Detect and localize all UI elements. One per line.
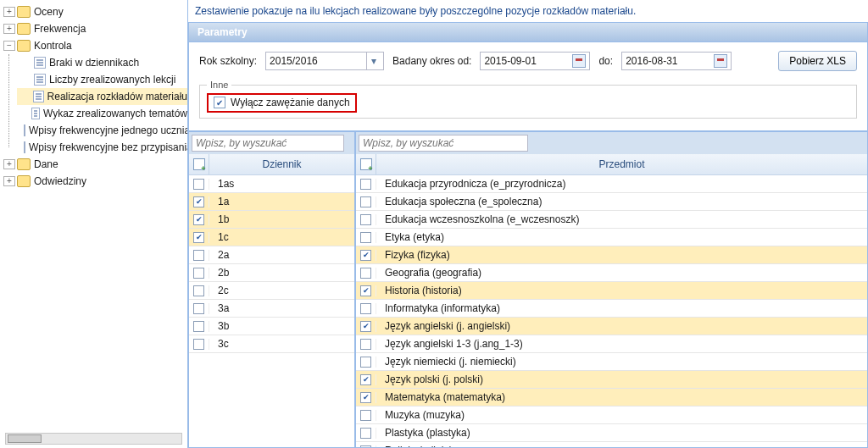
row-checkbox[interactable] <box>360 285 371 296</box>
nav-kontrola-child[interactable]: Braki w dziennikach <box>17 54 187 71</box>
nav-horizontal-scrollbar[interactable] <box>5 433 182 445</box>
year-select[interactable]: 2015/2016 ▾ <box>265 52 384 70</box>
dziennik-row[interactable]: 1c <box>189 229 354 246</box>
folder-icon <box>17 6 31 18</box>
row-checkbox[interactable] <box>360 374 371 385</box>
przedmiot-header[interactable]: Przedmiot <box>376 154 867 174</box>
row-checkbox[interactable] <box>193 250 204 261</box>
dziennik-row[interactable]: 2a <box>189 246 354 264</box>
year-label: Rok szkolny: <box>199 55 257 67</box>
row-checkbox[interactable] <box>360 232 371 243</box>
download-xls-button[interactable]: Pobierz XLS <box>778 51 857 71</box>
row-label: 3b <box>209 320 354 332</box>
row-checkbox[interactable] <box>360 250 371 261</box>
nav-kontrola-child[interactable]: Wpisy frekwencyjne jednego ucznia <box>17 122 187 139</box>
przedmiot-row[interactable]: Edukacja wczesnoszkolna (e_wczesnoszk) <box>356 211 867 229</box>
przedmiot-row[interactable]: Etyka (etyka) <box>356 229 867 246</box>
przedmiot-row[interactable]: Matematyka (matematyka) <box>356 389 867 407</box>
row-checkbox[interactable] <box>193 268 204 279</box>
dziennik-row[interactable]: 1as <box>189 175 354 193</box>
row-label: 3a <box>209 302 354 314</box>
przedmiot-row[interactable]: Język angielski (j. angielski) <box>356 318 867 335</box>
narrow-checkbox[interactable] <box>214 97 225 108</box>
nav-kontrola[interactable]: − Kontrola <box>0 37 187 54</box>
row-checkbox[interactable] <box>193 285 204 296</box>
row-checkbox[interactable] <box>193 339 204 350</box>
dziennik-row[interactable]: 1a <box>189 193 354 211</box>
dziennik-header[interactable]: Dziennik <box>209 154 354 174</box>
przedmiot-row[interactable]: Język angielski 1-3 (j.ang_1-3) <box>356 335 867 353</box>
row-checkbox[interactable] <box>360 268 371 279</box>
row-checkbox[interactable] <box>360 321 371 332</box>
nav-label: Realizacja rozkładów materiału <box>47 91 187 102</box>
expand-icon[interactable]: + <box>3 159 15 169</box>
scrollbar-thumb[interactable] <box>8 434 42 443</box>
nav-dane[interactable]: + Dane <box>0 156 187 173</box>
from-date-input[interactable]: 2015-09-01 <box>480 52 590 70</box>
nav-oceny[interactable]: + Oceny <box>0 3 187 20</box>
przedmiot-row[interactable]: Muzyka (muzyka) <box>356 407 867 424</box>
row-checkbox[interactable] <box>360 339 371 350</box>
nav-label: Liczby zrealizowanych lekcji <box>49 74 175 86</box>
row-label: 3c <box>209 338 354 350</box>
przedmiot-row[interactable]: Język polski (j. polski) <box>356 371 867 389</box>
row-checkbox[interactable] <box>360 214 371 225</box>
row-label: 2b <box>209 267 354 279</box>
dziennik-row[interactable]: 2b <box>189 264 354 282</box>
przedmiot-row[interactable]: Edukacja przyrodnicza (e_przyrodnicza) <box>356 175 867 193</box>
przedmiot-row[interactable]: Plastyka (plastyka) <box>356 424 867 442</box>
dziennik-row[interactable]: 1b <box>189 211 354 229</box>
row-checkbox[interactable] <box>193 321 204 332</box>
expand-icon[interactable]: + <box>3 24 15 34</box>
nav-kontrola-child[interactable]: Wpisy frekwencyjne bez przypisania <box>17 139 187 156</box>
przedmiot-row[interactable]: Fizyka (fizyka) <box>356 246 867 264</box>
row-checkbox[interactable] <box>193 179 204 190</box>
przedmiot-row[interactable]: Edukacja społeczna (e_spoleczna) <box>356 193 867 211</box>
row-checkbox[interactable] <box>360 179 371 190</box>
to-label: do: <box>598 55 613 67</box>
row-checkbox[interactable] <box>360 392 371 403</box>
przedmiot-grid: Przedmiot Edukacja przyrodnicza (e_przyr… <box>355 131 868 448</box>
row-label: Edukacja wczesnoszkolna (e_wczesnoszk) <box>376 213 867 225</box>
page-icon <box>34 57 46 69</box>
main-panel: Zestawienie pokazuje na ilu lekcjach rea… <box>188 0 868 448</box>
from-value: 2015-09-01 <box>484 55 536 67</box>
nav-kontrola-child[interactable]: Liczby zrealizowanych lekcji <box>17 71 187 88</box>
row-checkbox[interactable] <box>360 303 371 314</box>
row-checkbox[interactable] <box>193 232 204 243</box>
params-form: Rok szkolny: 2015/2016 ▾ Badany okres od… <box>188 42 868 131</box>
row-checkbox[interactable] <box>193 196 204 207</box>
dziennik-row[interactable]: 3a <box>189 300 354 318</box>
row-label: Edukacja przyrodnicza (e_przyrodnicza) <box>376 178 867 190</box>
page-icon <box>24 141 25 153</box>
row-label: 1as <box>209 178 354 190</box>
przedmiot-row[interactable]: Religia (religia) <box>356 442 867 447</box>
row-checkbox[interactable] <box>360 445 371 448</box>
nav-kontrola-child[interactable]: Realizacja rozkładów materiału <box>17 88 187 105</box>
row-checkbox[interactable] <box>360 196 371 207</box>
select-all-przedmiot-icon[interactable] <box>360 158 372 170</box>
dziennik-search-input[interactable] <box>192 135 344 152</box>
row-checkbox[interactable] <box>360 428 371 439</box>
to-date-input[interactable]: 2016-08-31 <box>621 52 732 70</box>
expand-icon[interactable]: + <box>3 7 15 17</box>
przedmiot-search-input[interactable] <box>359 135 528 152</box>
row-checkbox[interactable] <box>193 214 204 225</box>
select-all-dziennik-icon[interactable] <box>193 158 205 170</box>
przedmiot-row[interactable]: Historia (historia) <box>356 282 867 300</box>
nav-kontrola-child[interactable]: Wykaz zrealizowanych tematów <box>17 105 187 122</box>
nav-label: Frekwencja <box>34 23 86 35</box>
nav-frekwencja[interactable]: + Frekwencja <box>0 20 187 37</box>
row-checkbox[interactable] <box>193 303 204 314</box>
collapse-icon[interactable]: − <box>3 41 15 51</box>
row-checkbox[interactable] <box>360 357 371 368</box>
dziennik-row[interactable]: 3c <box>189 335 354 353</box>
dziennik-row[interactable]: 3b <box>189 318 354 335</box>
przedmiot-row[interactable]: Geografia (geografia) <box>356 264 867 282</box>
expand-icon[interactable]: + <box>3 176 15 186</box>
nav-odwiedziny[interactable]: + Odwiedziny <box>0 173 187 190</box>
przedmiot-row[interactable]: Informatyka (informatyka) <box>356 300 867 318</box>
przedmiot-row[interactable]: Język niemiecki (j. niemiecki) <box>356 353 867 371</box>
dziennik-row[interactable]: 2c <box>189 282 354 300</box>
row-checkbox[interactable] <box>360 410 371 421</box>
